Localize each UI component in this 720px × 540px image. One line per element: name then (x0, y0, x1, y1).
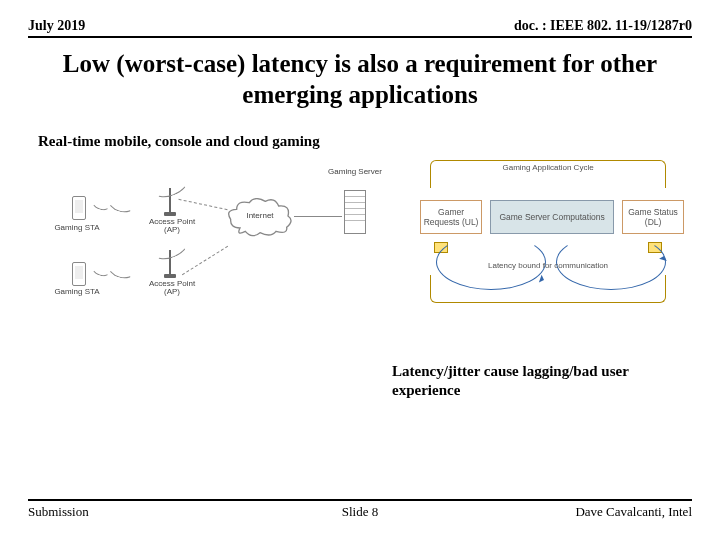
device-icon (72, 196, 86, 220)
server-icon (344, 190, 366, 234)
arrowhead-icon (659, 251, 669, 261)
gaming-server-label: Gaming Server (310, 168, 400, 177)
app-cycle-label: Gaming Application Cycle (414, 164, 682, 173)
header-docid: doc. : IEEE 802. 11-19/1287r0 (514, 18, 692, 34)
server-computations-box: Game Server Computations (490, 200, 614, 234)
internet-label: Internet (240, 212, 280, 221)
slide-title: Low (worst-case) latency is also a requi… (48, 48, 672, 111)
slide-subheading: Real-time mobile, console and cloud gami… (38, 133, 692, 150)
signal-wave-icon (150, 170, 191, 201)
ap-label-2: Access Point (AP) (144, 280, 200, 298)
slide: July 2019 doc. : IEEE 802. 11-19/1287r0 … (0, 0, 720, 540)
gamer-requests-box: Gamer Requests (UL) (420, 200, 482, 234)
latency-cycle-diagram: Gaming Application Cycle Gamer Requests … (414, 160, 682, 305)
link-line (294, 216, 342, 217)
bracket-bottom (430, 275, 666, 303)
signal-wave-icon (150, 232, 191, 263)
signal-wave-icon (106, 188, 138, 215)
gaming-sta-label-2: Gaming STA (52, 288, 102, 297)
device-icon (72, 262, 86, 286)
footer-center: Slide 8 (28, 504, 692, 520)
diagram-row: Gaming STA Gaming STA Access Point (AP) … (48, 160, 682, 305)
game-status-box: Game Status (DL) (622, 200, 684, 234)
slide-footer: Submission Slide 8 Dave Cavalcanti, Inte… (28, 499, 692, 520)
ap-label-1: Access Point (AP) (144, 218, 200, 236)
latency-bound-label: Latency bound for communication (414, 262, 682, 271)
signal-wave-icon (106, 254, 138, 281)
header-date: July 2019 (28, 18, 85, 34)
link-line (178, 198, 227, 209)
gaming-sta-label-1: Gaming STA (52, 224, 102, 233)
caption-text: Latency/jitter cause lagging/bad user ex… (392, 362, 682, 400)
link-line (182, 245, 228, 274)
slide-header: July 2019 doc. : IEEE 802. 11-19/1287r0 (28, 18, 692, 38)
network-diagram: Gaming STA Gaming STA Access Point (AP) … (48, 160, 402, 305)
